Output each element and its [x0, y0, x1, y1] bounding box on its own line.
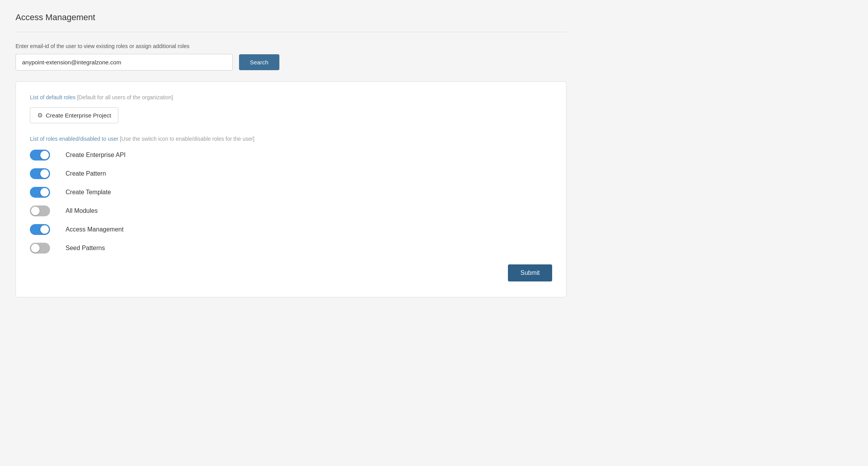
toggle-create-template[interactable] — [30, 187, 50, 198]
toggle-access-management[interactable] — [30, 224, 50, 235]
user-roles-note: [Use the switch icon to enable/disable r… — [120, 136, 255, 142]
roles-card: List of default roles [Default for all u… — [16, 81, 567, 297]
toggle-seed-patterns[interactable] — [30, 243, 50, 254]
page-title: Access Management — [16, 12, 567, 22]
user-roles-title-text: List of roles enabled/disabled to user — [30, 136, 118, 142]
default-roles-note: [Default for all users of the organizati… — [77, 94, 173, 100]
toggle-create-enterprise-api[interactable] — [30, 150, 50, 161]
search-row: Search — [16, 54, 567, 71]
search-button[interactable]: Search — [239, 54, 279, 70]
roles-list: Create Enterprise APICreate PatternCreat… — [30, 150, 552, 254]
submit-button[interactable]: Submit — [508, 264, 552, 281]
role-row: Seed Patterns — [30, 243, 552, 254]
search-description: Enter email-id of the user to view exist… — [16, 43, 567, 49]
default-role-label: Create Enterprise Project — [46, 112, 111, 119]
role-label-all-modules: All Modules — [66, 207, 98, 214]
default-roles-title-text: List of default roles — [30, 94, 76, 100]
role-row: Create Enterprise API — [30, 150, 552, 161]
role-label-access-management: Access Management — [66, 226, 123, 233]
submit-row: Submit — [30, 264, 552, 281]
toggle-all-modules[interactable] — [30, 205, 50, 216]
search-section: Enter email-id of the user to view exist… — [16, 43, 567, 71]
default-roles-title: List of default roles [Default for all u… — [30, 94, 552, 100]
header-divider — [16, 32, 567, 32]
role-row: All Modules — [30, 205, 552, 216]
default-role-badge: ⚙ Create Enterprise Project — [30, 107, 118, 123]
role-row: Access Management — [30, 224, 552, 235]
user-roles-title: List of roles enabled/disabled to user [… — [30, 136, 552, 142]
role-label-seed-patterns: Seed Patterns — [66, 245, 105, 252]
role-label-create-enterprise-api: Create Enterprise API — [66, 152, 126, 159]
toggle-create-pattern[interactable] — [30, 168, 50, 179]
role-label-create-template: Create Template — [66, 189, 111, 196]
gear-icon: ⚙ — [37, 112, 43, 119]
role-label-create-pattern: Create Pattern — [66, 170, 106, 177]
email-input[interactable] — [16, 54, 233, 71]
role-row: Create Pattern — [30, 168, 552, 179]
role-row: Create Template — [30, 187, 552, 198]
